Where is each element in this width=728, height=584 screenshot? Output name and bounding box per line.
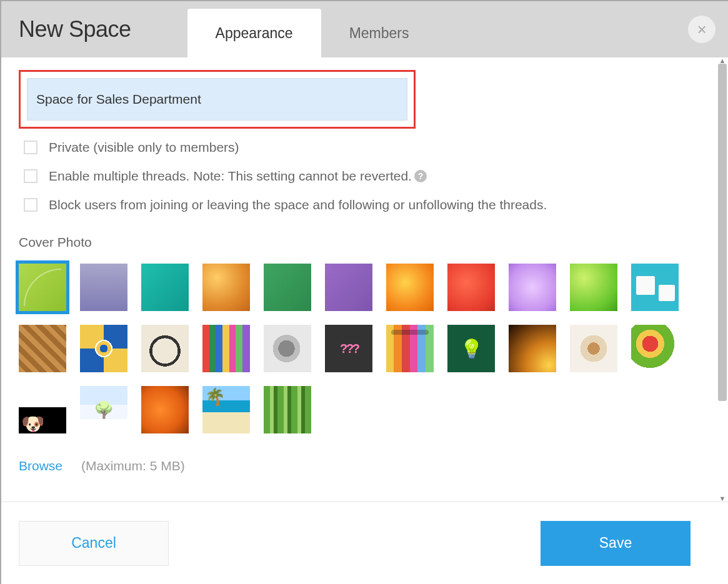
cover-photo-grid [19, 264, 706, 433]
block-join-label: Block users from joining or leaving the … [49, 197, 547, 212]
tabs: Appearance Members [187, 9, 437, 57]
cover-photo-24[interactable] [80, 386, 127, 433]
tab-appearance[interactable]: Appearance [187, 9, 321, 57]
space-name-input[interactable] [27, 78, 407, 121]
dialog-title: New Space [19, 16, 131, 42]
dialog-body-wrap: Private (visible only to members) Enable… [1, 57, 728, 502]
cover-photo-21[interactable] [570, 325, 617, 372]
dialog-header: New Space Appearance Members × [1, 1, 728, 57]
dialog-body: Private (visible only to members) Enable… [1, 57, 728, 502]
vertical-scrollbar[interactable]: ▲ ▼ [717, 57, 728, 502]
close-button[interactable]: × [688, 16, 716, 43]
block-join-checkbox[interactable] [24, 198, 37, 212]
cover-photo-22[interactable] [631, 325, 679, 372]
browse-link[interactable]: Browse [19, 458, 62, 473]
multithread-checkbox[interactable] [24, 169, 37, 183]
cover-photo-14[interactable] [141, 325, 189, 372]
cover-photo-25[interactable] [141, 386, 189, 433]
cover-photo-26[interactable] [202, 386, 250, 433]
close-icon: × [697, 21, 706, 37]
cover-photo-1[interactable] [16, 260, 69, 314]
cover-photo-10[interactable] [570, 264, 617, 311]
cover-photo-3[interactable] [141, 264, 189, 311]
multithread-row: Enable multiple threads. Note: This sett… [24, 169, 711, 184]
scroll-down-arrow[interactable]: ▼ [717, 493, 728, 502]
cover-photo-16[interactable] [264, 325, 311, 372]
scroll-thumb[interactable] [718, 64, 727, 401]
cover-photo-27[interactable] [264, 386, 311, 433]
cover-photo-8[interactable] [447, 264, 495, 311]
cover-photo-2[interactable] [80, 264, 127, 311]
cancel-button[interactable]: Cancel [19, 521, 169, 566]
new-space-dialog: New Space Appearance Members × Private (… [1, 1, 728, 584]
checkbox-group: Private (visible only to members) Enable… [24, 140, 711, 212]
cover-photo-4[interactable] [202, 264, 250, 311]
browse-max-hint: (Maximum: 5 MB) [81, 458, 185, 473]
dialog-footer: Cancel Save [1, 502, 728, 584]
cover-photo-15[interactable] [202, 325, 250, 372]
cover-photo-13[interactable] [80, 325, 127, 372]
cover-photo-12[interactable] [19, 325, 66, 372]
tab-members[interactable]: Members [321, 9, 437, 57]
save-button[interactable]: Save [541, 521, 691, 566]
cover-photo-23[interactable] [19, 386, 66, 433]
cover-photo-5[interactable] [264, 264, 311, 311]
cover-photo-17[interactable] [325, 325, 372, 372]
cover-photo-19[interactable] [447, 325, 495, 372]
cover-photo-11[interactable] [631, 264, 679, 311]
help-icon[interactable]: ? [414, 170, 427, 182]
cover-photo-18[interactable] [386, 325, 434, 372]
private-checkbox[interactable] [24, 141, 37, 154]
space-name-highlight [19, 70, 416, 129]
cover-photo-20[interactable] [509, 325, 556, 372]
block-join-row: Block users from joining or leaving the … [24, 197, 711, 212]
private-row: Private (visible only to members) [24, 140, 711, 155]
cover-photo-6[interactable] [325, 264, 372, 311]
multithread-label: Enable multiple threads. Note: This sett… [49, 169, 412, 184]
cover-photo-7[interactable] [386, 264, 434, 311]
private-label: Private (visible only to members) [49, 140, 239, 155]
cover-photo-9[interactable] [509, 264, 556, 311]
cover-photo-label: Cover Photo [19, 235, 711, 250]
browse-row: Browse (Maximum: 5 MB) [19, 458, 711, 473]
